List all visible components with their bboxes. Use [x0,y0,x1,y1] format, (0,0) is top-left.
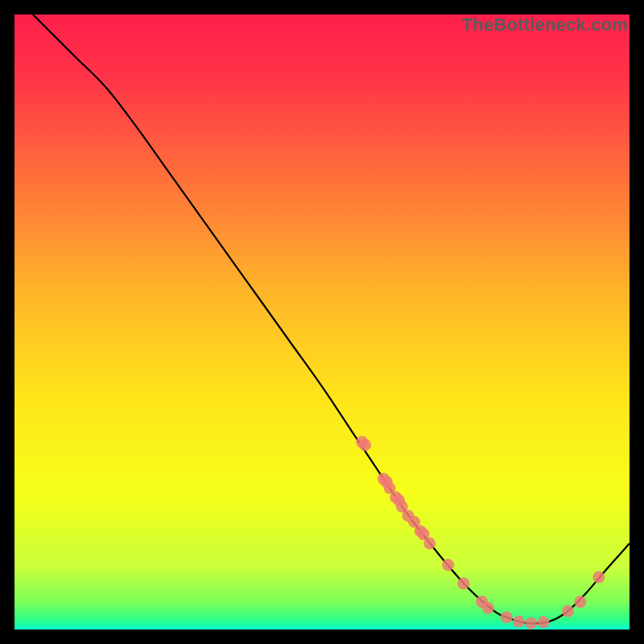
scatter-point [525,617,537,630]
watermark-text: TheBottleneck.com [462,14,628,35]
gradient-background [14,14,630,630]
scatter-point [501,611,513,623]
scatter-point [442,559,454,571]
chart-plot [14,14,630,630]
chart-frame: TheBottleneck.com [14,14,630,630]
scatter-point [562,605,574,617]
scatter-point [513,616,525,628]
scatter-point [423,538,436,550]
scatter-point [592,572,605,584]
scatter-point [457,577,469,589]
scatter-point [538,616,550,628]
scatter-point [574,596,586,608]
scatter-point [482,602,494,614]
scatter-point [359,439,371,451]
